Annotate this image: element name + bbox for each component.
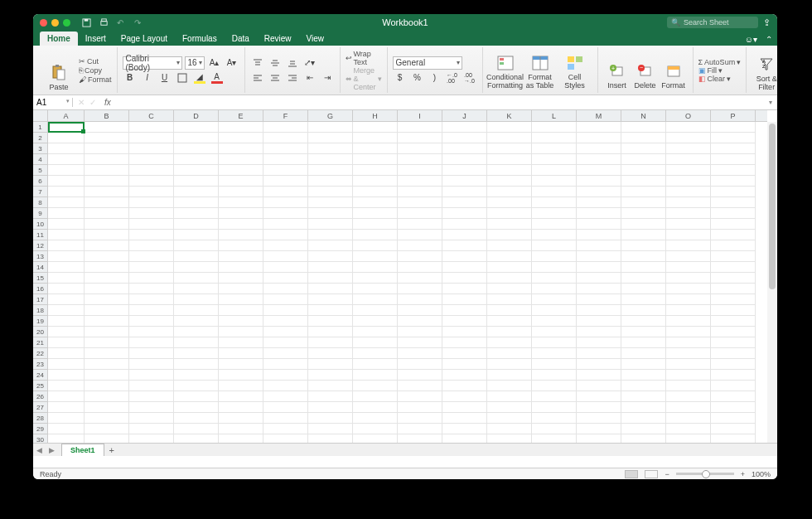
row-header-21[interactable]: 21 [33, 337, 47, 348]
cell[interactable] [577, 348, 621, 359]
cell[interactable] [621, 154, 666, 165]
font-color-button[interactable]: A [210, 71, 225, 85]
cell[interactable] [398, 197, 442, 208]
tab-page-layout[interactable]: Page Layout [114, 32, 175, 46]
cell[interactable] [577, 327, 621, 337]
cell[interactable] [263, 230, 308, 240]
cell[interactable] [48, 122, 85, 133]
feedback-icon[interactable]: ☺▾ [745, 35, 757, 44]
format-as-table-button[interactable]: Format as Table [523, 47, 558, 90]
cell[interactable] [532, 402, 577, 413]
cell[interactable] [85, 316, 129, 327]
cell[interactable] [621, 316, 666, 327]
cell[interactable] [487, 197, 532, 208]
tab-review[interactable]: Review [257, 32, 299, 46]
copy-button[interactable]: ⎘Copy [79, 66, 112, 75]
cell[interactable] [353, 208, 398, 219]
cell[interactable] [174, 381, 219, 391]
cell[interactable] [577, 251, 621, 262]
cell[interactable] [711, 391, 756, 402]
cell[interactable] [85, 176, 129, 187]
cell[interactable] [621, 348, 666, 359]
cell[interactable] [577, 294, 621, 305]
delete-cells-button[interactable]: −Delete [631, 47, 660, 90]
cell[interactable] [398, 240, 442, 251]
cell[interactable] [85, 413, 129, 424]
cell[interactable] [532, 219, 577, 230]
cell[interactable] [174, 219, 219, 230]
cell[interactable] [487, 154, 532, 165]
cell[interactable] [577, 273, 621, 284]
decrease-decimal-button[interactable]: .00→.0 [462, 71, 477, 85]
cell[interactable] [308, 230, 353, 240]
cell[interactable] [263, 359, 308, 370]
cell[interactable] [398, 424, 442, 434]
row-header-19[interactable]: 19 [33, 316, 47, 327]
row-header-13[interactable]: 13 [33, 251, 47, 262]
cell[interactable] [532, 230, 577, 240]
underline-button[interactable]: U [157, 71, 172, 85]
cell[interactable] [174, 143, 219, 154]
cell[interactable] [487, 208, 532, 219]
cell[interactable] [48, 316, 85, 327]
cell[interactable] [711, 305, 756, 316]
cell[interactable] [711, 413, 756, 424]
row-header-8[interactable]: 8 [33, 197, 47, 208]
cell[interactable] [129, 424, 174, 434]
cell[interactable] [666, 284, 711, 294]
cell[interactable] [487, 424, 532, 434]
cell[interactable] [577, 240, 621, 251]
cell[interactable] [666, 424, 711, 434]
column-header-N[interactable]: N [621, 110, 666, 121]
vertical-scrollbar-thumb[interactable] [769, 124, 776, 289]
cell[interactable] [577, 165, 621, 176]
cell[interactable] [666, 305, 711, 316]
row-header-26[interactable]: 26 [33, 391, 47, 402]
cell[interactable] [48, 402, 85, 413]
cell[interactable] [532, 424, 577, 434]
row-header-15[interactable]: 15 [33, 273, 47, 284]
orientation-button[interactable]: ⤢▾ [302, 56, 317, 70]
cell[interactable] [48, 165, 85, 176]
cell[interactable] [263, 381, 308, 391]
row-header-10[interactable]: 10 [33, 219, 47, 230]
sheet-tab-1[interactable]: Sheet1 [61, 444, 104, 456]
cell[interactable] [308, 143, 353, 154]
cell[interactable] [711, 337, 756, 348]
cell[interactable] [532, 187, 577, 197]
row-header-18[interactable]: 18 [33, 305, 47, 316]
add-sheet-button[interactable]: + [109, 445, 114, 455]
align-top-button[interactable] [250, 56, 265, 70]
cell[interactable] [353, 424, 398, 434]
decrease-font-button[interactable]: A▾ [225, 56, 239, 70]
cell[interactable] [532, 273, 577, 284]
row-header-27[interactable]: 27 [33, 402, 47, 413]
share-icon[interactable]: ⇪ [763, 17, 771, 28]
cell[interactable] [442, 305, 487, 316]
cell[interactable] [308, 284, 353, 294]
cell[interactable] [532, 133, 577, 143]
increase-indent-button[interactable]: ⇥ [320, 71, 335, 85]
cell[interactable] [85, 337, 129, 348]
cell[interactable] [308, 251, 353, 262]
cell[interactable] [129, 316, 174, 327]
cell[interactable] [711, 197, 756, 208]
format-cells-button[interactable]: Format [660, 47, 688, 90]
tab-data[interactable]: Data [225, 32, 257, 46]
cell[interactable] [442, 240, 487, 251]
cell[interactable] [308, 327, 353, 337]
cell[interactable] [398, 187, 442, 197]
cell[interactable] [398, 370, 442, 381]
cell[interactable] [711, 176, 756, 187]
cell[interactable] [85, 251, 129, 262]
cell[interactable] [85, 391, 129, 402]
cell[interactable] [442, 262, 487, 273]
cell[interactable] [263, 337, 308, 348]
row-header-3[interactable]: 3 [33, 143, 47, 154]
cell[interactable] [263, 284, 308, 294]
row-header-1[interactable]: 1 [33, 122, 47, 133]
cell[interactable] [129, 251, 174, 262]
cell[interactable] [48, 359, 85, 370]
column-header-J[interactable]: J [442, 110, 487, 121]
cell[interactable] [219, 187, 263, 197]
